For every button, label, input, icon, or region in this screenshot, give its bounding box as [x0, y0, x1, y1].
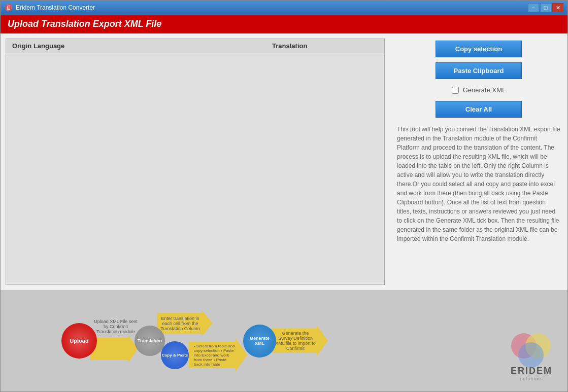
generate-xml-checkbox[interactable]	[452, 87, 459, 94]
restore-button[interactable]: □	[540, 3, 551, 12]
main-content: Origin Language Translation Copy selecti…	[1, 33, 567, 290]
generate-circle: Generate XML	[243, 325, 276, 358]
copy-paste-label: Copy & Paste	[162, 353, 188, 358]
col-origin-header: Origin Language	[8, 42, 197, 50]
generate-label: Generate XML	[243, 334, 276, 348]
description-text: This tool will help you convert the Tran…	[397, 125, 560, 243]
flow-diagram: Upload Upload XML File sent by Confirmit…	[61, 310, 328, 372]
left-panel: Origin Language Translation	[1, 33, 390, 290]
page-title: Upload Translation Export XML File	[8, 19, 560, 29]
clear-all-button[interactable]: Clear All	[436, 101, 522, 118]
upload-circle: Upload	[61, 323, 97, 359]
flow-arrow-copy: • Select from table and copy selection •…	[189, 339, 247, 372]
window-controls: − □ ✕	[528, 3, 563, 12]
copy-paste-circle: Copy & Paste	[161, 341, 189, 369]
translation-label: Translation	[138, 338, 162, 343]
upload-label: Upload	[70, 338, 88, 344]
generate-xml-row: Generate XML	[397, 86, 560, 94]
title-bar-left: E Eridem Translation Converter	[5, 4, 95, 12]
title-bar: E Eridem Translation Converter − □ ✕	[1, 1, 567, 15]
table-body	[6, 53, 384, 282]
generate-desc: Generate the Survey Definition XML file …	[274, 331, 321, 351]
logo-circle-blue	[518, 342, 544, 368]
copy-paste-desc: • Select from table and copy selection •…	[192, 344, 240, 367]
copy-selection-button[interactable]: Copy selection	[436, 41, 522, 57]
translation-circle: Translation	[135, 326, 165, 356]
col-translation-header: Translation	[197, 42, 383, 50]
svg-text:E: E	[7, 5, 11, 11]
flow-arrow-translation: Enter translation in each cell from the …	[157, 310, 213, 337]
generate-xml-label[interactable]: Generate XML	[463, 86, 506, 94]
flow-arrow-end: Generate the Survey Definition XML file …	[272, 326, 328, 356]
table-header: Origin Language Translation	[6, 39, 384, 53]
window-title: Eridem Translation Converter	[16, 4, 95, 11]
translation-table: Origin Language Translation	[6, 39, 385, 285]
logo-circles	[511, 333, 552, 364]
header-bar: Upload Translation Export XML File	[1, 15, 567, 33]
app-icon: E	[5, 4, 13, 12]
right-panel: Copy selection Paste Clipboard Generate …	[390, 33, 567, 290]
eridem-logo: ERIDEM solutions	[511, 333, 552, 381]
close-button[interactable]: ✕	[552, 3, 563, 12]
logo-subtext: solutions	[520, 376, 543, 381]
upload-desc: Upload XML File sent by Confirmit Transl…	[93, 319, 139, 334]
bottom-area: Upload Upload XML File sent by Confirmit…	[1, 290, 567, 391]
paste-clipboard-button[interactable]: Paste Clipboard	[436, 62, 522, 79]
translation-desc: Enter translation in each cell from the …	[159, 316, 206, 331]
main-window: E Eridem Translation Converter − □ ✕ Upl…	[0, 0, 568, 392]
minimize-button[interactable]: −	[528, 3, 539, 12]
